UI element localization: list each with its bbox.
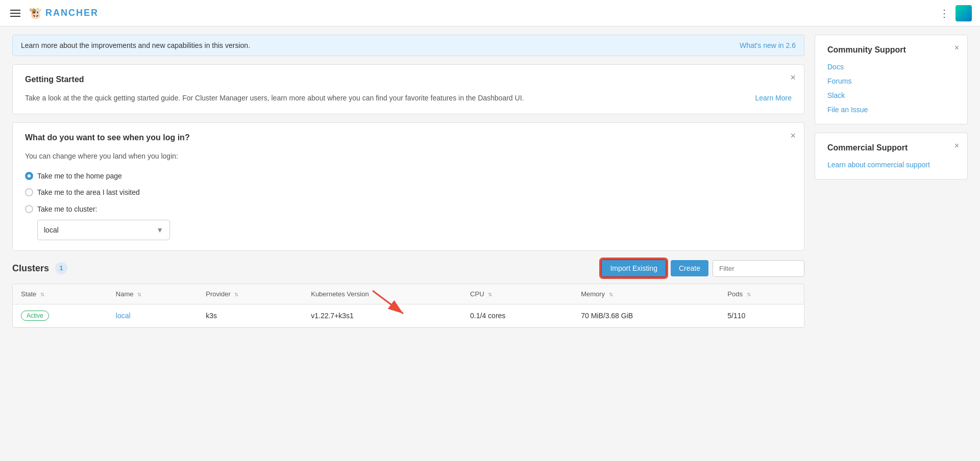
row-name: local <box>108 304 198 327</box>
radio-last-label: Take me to the area I last visited <box>37 187 140 198</box>
row-provider: k3s <box>198 304 303 327</box>
docs-link[interactable]: Docs <box>827 63 955 71</box>
radio-cluster-circle <box>25 205 33 213</box>
clusters-actions: Import Existing Create <box>601 259 804 277</box>
clusters-section: Clusters 1 Import Existing Create State … <box>12 259 804 328</box>
commercial-support-card: Commercial Support × Learn about commerc… <box>815 133 968 180</box>
state-sort-icon[interactable]: ⇅ <box>40 292 44 297</box>
forums-link[interactable]: Forums <box>827 77 955 85</box>
table-body: Active local k3s v1.22.7+k3s1 0.1/4 core… <box>13 304 804 327</box>
table-header: State ⇅ Name ⇅ Provider ⇅ <box>13 284 804 304</box>
cluster-filter-input[interactable] <box>713 260 804 277</box>
row-state: Active <box>13 304 108 327</box>
col-provider: Provider ⇅ <box>198 284 303 304</box>
login-preference-card: What do you want to see when you log in?… <box>12 122 804 251</box>
import-existing-button[interactable]: Import Existing <box>601 259 667 277</box>
status-badge: Active <box>21 311 49 321</box>
clusters-title: Clusters <box>12 263 49 274</box>
col-cpu: CPU ⇅ <box>462 284 573 304</box>
hamburger-menu[interactable] <box>8 8 22 19</box>
login-radio-group: Take me to the home page Take me to the … <box>25 170 792 241</box>
clusters-header: Clusters 1 Import Existing Create <box>12 259 804 277</box>
banner-text: Learn more about the improvements and ne… <box>21 41 250 49</box>
chevron-down-icon: ▼ <box>156 224 163 236</box>
radio-item-cluster[interactable]: Take me to cluster: <box>25 203 792 215</box>
clusters-table: State ⇅ Name ⇅ Provider ⇅ <box>13 284 804 327</box>
row-k8s-version: v1.22.7+k3s1 <box>303 304 462 327</box>
getting-started-close-button[interactable]: × <box>790 73 796 82</box>
getting-started-text: Take a look at the the quick getting sta… <box>25 94 524 102</box>
clusters-table-container: State ⇅ Name ⇅ Provider ⇅ <box>12 284 804 328</box>
file-issue-link[interactable]: File an Issue <box>827 106 955 114</box>
logo-text: RANCHER <box>45 8 99 18</box>
radio-cluster-label: Take me to cluster: <box>37 203 97 215</box>
radio-item-last[interactable]: Take me to the area I last visited <box>25 187 792 198</box>
col-name: Name ⇅ <box>108 284 198 304</box>
radio-home-circle <box>25 172 33 180</box>
community-support-close-button[interactable]: × <box>954 43 959 53</box>
table-header-row: State ⇅ Name ⇅ Provider ⇅ <box>13 284 804 304</box>
login-preference-title: What do you want to see when you log in? <box>25 133 792 142</box>
provider-sort-icon[interactable]: ⇅ <box>234 292 238 297</box>
cluster-select[interactable]: local ▼ <box>37 220 170 240</box>
memory-sort-icon[interactable]: ⇅ <box>609 292 613 297</box>
getting-started-body: Take a look at the the quick getting sta… <box>25 92 792 104</box>
user-avatar[interactable] <box>955 5 972 21</box>
header-left: 🐮 RANCHER <box>8 7 99 20</box>
col-state: State ⇅ <box>13 284 108 304</box>
table-row: Active local k3s v1.22.7+k3s1 0.1/4 core… <box>13 304 804 327</box>
col-k8s-version: Kubernetes Version <box>303 284 462 304</box>
logo-icon: 🐮 <box>29 7 42 20</box>
pods-sort-icon[interactable]: ⇅ <box>747 292 751 297</box>
cpu-sort-icon[interactable]: ⇅ <box>488 292 492 297</box>
radio-last-circle <box>25 188 33 196</box>
info-banner: Learn more about the improvements and ne… <box>12 35 804 56</box>
login-preference-close-button[interactable]: × <box>790 131 796 140</box>
logo: 🐮 RANCHER <box>29 7 99 20</box>
dots-menu-icon[interactable]: ⋮ <box>939 7 949 19</box>
row-memory: 70 MiB/3.68 GiB <box>573 304 719 327</box>
commercial-support-close-button[interactable]: × <box>954 141 959 150</box>
cluster-select-container: local ▼ <box>37 220 792 240</box>
login-preference-description: You can change where you land when you l… <box>25 150 792 162</box>
cluster-select-value: local <box>44 224 59 236</box>
col-memory: Memory ⇅ <box>573 284 719 304</box>
header-right: ⋮ <box>939 5 972 21</box>
content-left: Learn more about the improvements and ne… <box>12 35 804 328</box>
getting-started-card: Getting Started × Take a look at the the… <box>12 64 804 114</box>
name-sort-icon[interactable]: ⇅ <box>137 292 141 297</box>
row-pods: 5/110 <box>719 304 804 327</box>
community-support-title: Community Support <box>827 45 955 55</box>
learn-more-link[interactable]: Learn More <box>755 92 792 104</box>
login-preference-body: You can change where you land when you l… <box>25 150 792 240</box>
community-support-card: Community Support × Docs Forums Slack Fi… <box>815 35 968 124</box>
whats-new-link[interactable]: What's new in 2.6 <box>740 41 796 49</box>
slack-link[interactable]: Slack <box>827 91 955 99</box>
clusters-count-badge: 1 <box>55 262 67 274</box>
main-content: Learn more about the improvements and ne… <box>0 27 980 336</box>
commercial-support-title: Commercial Support <box>827 143 955 152</box>
cluster-name-link[interactable]: local <box>116 312 131 320</box>
row-cpu: 0.1/4 cores <box>462 304 573 327</box>
col-pods: Pods ⇅ <box>719 284 804 304</box>
getting-started-title: Getting Started <box>25 75 792 84</box>
content-right: Community Support × Docs Forums Slack Fi… <box>815 35 968 328</box>
header: 🐮 RANCHER ⋮ <box>0 0 980 27</box>
radio-home-label: Take me to the home page <box>37 170 122 182</box>
radio-item-home[interactable]: Take me to the home page <box>25 170 792 182</box>
create-cluster-button[interactable]: Create <box>671 260 708 276</box>
commercial-support-link[interactable]: Learn about commercial support <box>827 161 955 169</box>
